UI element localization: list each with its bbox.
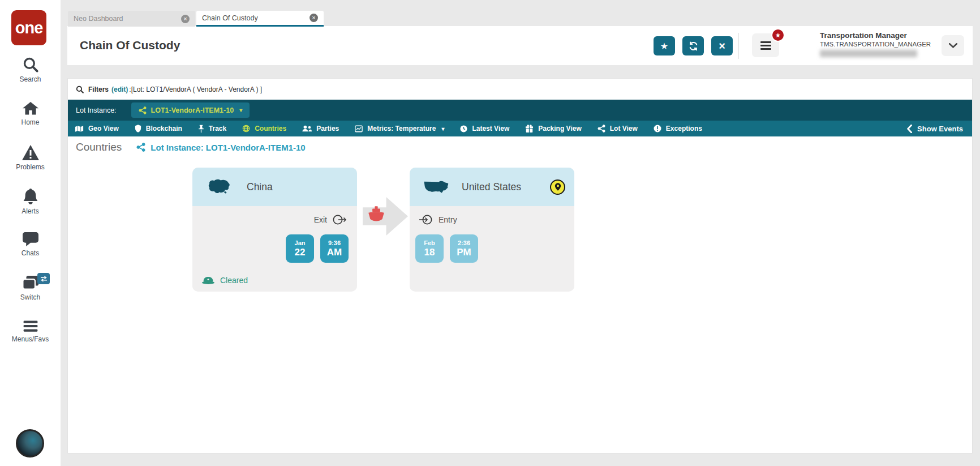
nav-label: Track [209,125,226,132]
page-header: Chain Of Custody ★ × ★ Transportation Ma… [67,26,973,65]
chevron-left-icon [907,125,912,133]
caret-down-icon: ▾ [239,107,242,113]
content-heading-row: Countries Lot Instance: LOT1-VendorA-ITE… [76,141,306,153]
sidebar-label: Home [0,118,61,126]
nav-label: Lot View [610,125,638,132]
sidebar-item-chats[interactable]: Chats [0,232,61,257]
thumbtack-icon [198,125,204,133]
caret-down-icon: ▾ [441,126,444,132]
united-states-map-icon [423,178,449,195]
close-icon: × [719,40,725,53]
tab-track[interactable]: Track [198,125,226,133]
bell-icon [0,189,61,204]
current-location-badge [550,179,565,195]
tab-close-icon[interactable]: × [310,14,318,22]
sidebar-item-menus-favs[interactable]: Menus/Favs [0,320,61,343]
tab-label: Chain Of Custody [202,14,258,22]
tab-close-icon[interactable]: × [181,15,190,23]
sidebar-label: Menus/Favs [0,335,61,343]
lot-instance-link-label: Lot Instance: LOT1-VendorA-ITEM1-10 [151,143,305,152]
show-events-button[interactable]: Show Events [907,125,963,133]
nav-label: Countries [255,125,286,132]
filters-value: :[Lot: LOT1/VendorA ( VendorA - VendorA … [129,85,262,93]
tab-parties[interactable]: Parties [302,125,339,132]
tab-latest-view[interactable]: Latest View [460,125,509,132]
tab-countries[interactable]: Countries [242,125,286,132]
shield-icon [135,125,141,132]
date-day: 22 [295,247,306,258]
sidebar-item-alerts[interactable]: Alerts [0,189,61,215]
users-icon [302,125,312,132]
search-icon [0,57,61,72]
nav-label: Metrics: Temperature [367,125,436,132]
chevron-down-icon [949,43,957,48]
user-login: TMS.TRANSPORTATION_MANAGER [820,41,931,48]
sidebar-label: Alerts [0,207,61,215]
tab-geo-view[interactable]: Geo View [75,125,119,132]
filters-edit-link[interactable]: (edit) [111,85,128,93]
tab-packing-view[interactable]: Packing View [525,125,581,132]
notifications-menu-button[interactable]: ★ [752,33,779,57]
country-card-header: United States [410,168,574,206]
nav-label: Exceptions [666,125,702,132]
time-value: 9:36 [328,240,341,247]
sidebar: one Search Home Problems Alerts Chats [0,0,61,466]
exit-datetime: Jan 22 9:36 AM [286,234,349,263]
close-button[interactable]: × [711,36,733,55]
date-month: Jan [295,240,306,247]
sidebar-label: Problems [0,163,61,171]
chart-line-icon [355,125,363,132]
sidebar-item-switch[interactable]: Switch [0,275,61,301]
chat-bubble-icon [0,232,61,246]
map-icon [75,125,84,132]
lot-instance-value: LOT1-VendorA-ITEM1-10 [151,106,234,114]
entry-row: Entry [419,214,457,225]
exclamation-circle-icon [654,125,661,132]
exit-arrow-icon [332,214,347,225]
show-events-label: Show Events [917,125,963,133]
refresh-icon [689,41,698,51]
tab-metrics-temperature[interactable]: Metrics: Temperature ▾ [355,125,444,132]
one-logo[interactable]: one [11,10,46,45]
user-info[interactable]: Transportation Manager TMS.TRANSPORTATIO… [820,31,931,57]
nav-label: Blockchain [146,125,182,132]
entry-arrow-icon [419,214,433,225]
location-pin-icon [555,182,561,191]
lot-instance-dropdown[interactable]: LOT1-VendorA-ITEM1-10 ▾ [131,102,250,118]
share-icon [136,143,145,152]
filters-bar: Filters (edit) :[Lot: LOT1/VendorA ( Ven… [68,79,972,100]
country-card-body: Entry Feb 18 2:36 PM [410,206,574,292]
customs-status-label: Cleared [220,276,248,285]
nav-label: Geo View [88,125,119,132]
time-value: 2:36 [458,240,470,247]
favorite-button[interactable]: ★ [654,36,675,55]
sidebar-item-problems[interactable]: Problems [0,145,61,171]
page-title: Chain Of Custody [80,39,180,52]
country-card-body: Exit Jan 22 9:36 AM Cleared [192,206,357,292]
tab-chain-of-custody[interactable]: Chain Of Custody × [196,11,324,27]
lot-instance-link[interactable]: Lot Instance: LOT1-VendorA-ITEM1-10 [136,143,305,152]
clock-icon [460,125,467,132]
nav-label: Latest View [472,125,509,132]
switch-swap-badge-icon[interactable] [37,273,50,284]
time-tile: 9:36 AM [320,234,349,263]
sidebar-item-search[interactable]: Search [0,57,61,83]
filters-label: Filters [88,85,109,93]
refresh-button[interactable] [682,36,704,55]
user-avatar[interactable] [16,429,44,458]
tab-exceptions[interactable]: Exceptions [654,125,702,132]
sidebar-label: Switch [0,293,61,301]
date-tile: Feb 18 [415,234,444,263]
sidebar-item-home[interactable]: Home [0,102,61,126]
sidebar-label: Chats [0,249,61,257]
header-divider [738,33,739,59]
share-icon [139,106,147,114]
country-card-united-states[interactable]: United States Entry Feb 18 2:36 [410,168,574,292]
nav-label: Parties [316,125,339,132]
user-dropdown-button[interactable] [942,35,964,56]
tab-blockchain[interactable]: Blockchain [135,125,182,132]
tab-lot-view[interactable]: Lot View [598,125,638,132]
country-card-china[interactable]: China Exit Jan 22 9:36 AM [192,168,357,292]
tab-neo-dashboard[interactable]: Neo Dashboard × [68,11,195,27]
time-meridiem: AM [327,247,342,258]
